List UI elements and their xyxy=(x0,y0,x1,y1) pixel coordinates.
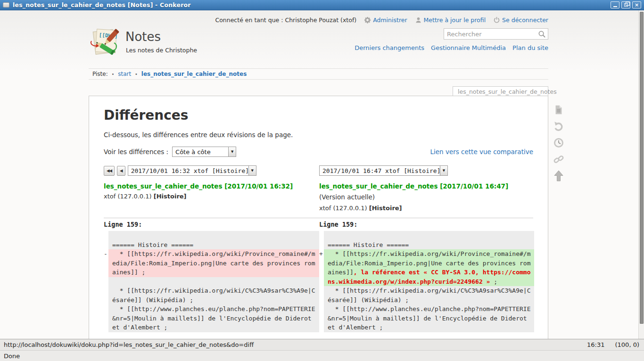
old-revision-select[interactable]: 2017/10/01 16:32 xtof [Histoire] ▼ xyxy=(128,165,256,176)
status-bar: http://localhost/dokuwiki/doku.php?id=le… xyxy=(0,339,644,361)
diff-line: * [[https://fr.wikipedia.org/wiki/Provin… xyxy=(108,249,319,277)
old-revision-title-link[interactable]: les_notes_sur_le_cahier_de_notes [2017/1… xyxy=(104,182,293,190)
restore-icon xyxy=(624,3,628,7)
diff-line: * [[http://www.planches.eu/planche.php?n… xyxy=(108,304,319,332)
view-differences-label: Voir les différences : xyxy=(104,148,168,156)
show-page-button[interactable] xyxy=(553,104,565,116)
first-revision-button[interactable]: ◀◀ xyxy=(104,166,115,176)
power-icon xyxy=(493,16,500,24)
logged-in-text: Connecté en tant que : Christophe Pouzat… xyxy=(215,16,356,24)
breadcrumb-separator: • xyxy=(110,72,116,77)
diff-line: * [[https://fr.wikipedia.org/wiki/Provin… xyxy=(324,249,534,286)
diff-intro-text: Ci-dessous, les différences entre deux r… xyxy=(104,131,533,139)
minimize-icon xyxy=(613,6,617,7)
quicklinks: Derniers changements Gestionnaire Multim… xyxy=(355,44,548,51)
logout-label: Se déconnecter xyxy=(502,16,548,24)
admin-link-label: Administrer xyxy=(373,16,407,24)
breadcrumb-current-link[interactable]: les_notes_sur_le_cahier_de_notes xyxy=(141,71,247,77)
sitemap-link[interactable]: Plan du site xyxy=(512,44,548,51)
user-icon xyxy=(415,16,422,24)
link-icon xyxy=(553,154,564,165)
diff-block-row: ====== Histoire ====== xyxy=(104,231,319,249)
dokuwiki-logo[interactable]: [[DW]] xyxy=(89,27,123,58)
diff-marker: + xyxy=(319,249,324,259)
diff-line xyxy=(108,277,319,287)
restore-button[interactable] xyxy=(621,1,630,8)
diff-marker: - xyxy=(104,249,108,259)
page-tools xyxy=(553,104,565,182)
close-icon: × xyxy=(635,2,639,8)
breadcrumb-separator: • xyxy=(133,72,140,77)
page-name-tab[interactable]: les_notes_sur_le_cahier_de_notes xyxy=(453,86,548,96)
logout-link[interactable]: Se déconnecter xyxy=(493,16,548,24)
site-tagline: Les notes de Christophe xyxy=(126,47,197,54)
status-scroll-position: (100, 0) xyxy=(615,341,640,348)
old-diff-column: ====== Histoire ======- * [[https://fr.w… xyxy=(104,231,319,332)
compare-view-link[interactable]: Lien vers cette vue comparative xyxy=(430,148,534,156)
diff-view-select[interactable]: Côte à côte ▼ xyxy=(172,147,236,157)
breadcrumb-start-link[interactable]: start xyxy=(118,71,131,77)
search-input[interactable] xyxy=(444,28,548,40)
document-icon xyxy=(553,104,564,115)
site-title[interactable]: Notes xyxy=(125,30,161,44)
previous-revision-button[interactable]: ◀ xyxy=(117,166,125,176)
page-title: Différences xyxy=(104,107,533,123)
diff-line: * [[http://www.planches.eu/planche.php?n… xyxy=(324,304,534,332)
gear-icon xyxy=(364,16,371,24)
update-profile-link[interactable]: Mettre à jour le profil xyxy=(415,16,486,24)
previous-revision-icon: ◀ xyxy=(120,168,123,173)
diff-line: ====== Histoire ====== xyxy=(108,240,319,250)
recent-changes-link[interactable]: Derniers changements xyxy=(355,44,424,51)
minimize-button[interactable] xyxy=(611,1,619,8)
window-titlebar: les_notes_sur_le_cahier_de_notes [Notes]… xyxy=(0,0,644,10)
diff-block-row: * [[https://fr.wikipedia.org/wiki/C%C3%A… xyxy=(104,277,319,332)
vertical-scrollbar[interactable] xyxy=(638,10,644,339)
new-line-header: Ligne 159: xyxy=(319,221,534,228)
diff-table: Ligne 159: ====== Histoire ======- * [[h… xyxy=(104,218,533,332)
new-diff-column: ====== Histoire ======+ * [[https://fr.w… xyxy=(319,231,534,332)
close-button[interactable]: × xyxy=(632,1,641,8)
diff-block-row: + * [[https://fr.wikipedia.org/wiki/Prov… xyxy=(319,249,534,286)
breadcrumb: Piste: • start • les_notes_sur_le_cahier… xyxy=(89,68,548,80)
diff-line xyxy=(324,231,534,240)
search-box xyxy=(444,28,548,40)
arrow-up-icon xyxy=(553,170,564,182)
new-revision-meta: xtof (127.0.0.1) [Histoire] xyxy=(319,204,534,213)
diff-line: * [[https://fr.wikipedia.org/wiki/C%C3%A… xyxy=(324,286,534,304)
status-url: http://localhost/dokuwiki/doku.php?id=le… xyxy=(4,341,587,348)
window-icon xyxy=(3,2,9,8)
site-header: [[DW]] Notes Les note xyxy=(89,27,548,66)
status-message: Done xyxy=(4,353,20,360)
new-revision-title-link[interactable]: les_notes_sur_le_cahier_de_notes [2017/1… xyxy=(319,182,508,190)
old-revision-meta: xtof (127.0.0.1) [Histoire] xyxy=(104,192,319,201)
window-title: les_notes_sur_le_cahier_de_notes [Notes]… xyxy=(13,1,611,8)
diff-block-row: * [[https://fr.wikipedia.org/wiki/C%C3%A… xyxy=(319,286,534,332)
scrollbar-thumb[interactable] xyxy=(640,12,644,324)
diff-line xyxy=(108,231,319,240)
browser-viewport: Connecté en tant que : Christophe Pouzat… xyxy=(0,10,644,339)
new-revision-select[interactable]: 2017/10/01 16:47 xtof [Histoire] ▼ xyxy=(319,165,448,176)
undo-icon xyxy=(553,121,564,132)
first-revision-icon: ◀◀ xyxy=(107,168,112,173)
backlinks-button[interactable] xyxy=(553,153,565,165)
search-icon[interactable] xyxy=(538,30,546,38)
diff-block-row: - * [[https://fr.wikipedia.org/wiki/Prov… xyxy=(104,249,319,277)
status-clock: 16:31 xyxy=(587,341,604,348)
diff-line: ====== Histoire ====== xyxy=(324,240,534,250)
revert-button[interactable] xyxy=(553,120,565,132)
admin-link[interactable]: Administrer xyxy=(364,16,407,24)
chevron-down-icon: ▼ xyxy=(248,166,256,175)
chevron-down-icon: ▼ xyxy=(440,166,447,175)
user-bar: Connecté en tant que : Christophe Pouzat… xyxy=(89,14,548,26)
clock-icon xyxy=(553,137,564,148)
old-line-header: Ligne 159: xyxy=(104,221,319,228)
chevron-down-icon: ▼ xyxy=(228,147,236,156)
diff-block-row: ====== Histoire ====== xyxy=(319,231,534,249)
diff-line: * [[https://fr.wikipedia.org/wiki/C%C3%A… xyxy=(108,286,319,304)
content-card: Différences Ci-dessous, les différences … xyxy=(89,96,548,339)
current-version-note: (Version actuelle) xyxy=(319,192,534,202)
old-revisions-button[interactable] xyxy=(553,137,565,149)
back-to-top-button[interactable] xyxy=(553,170,565,182)
media-manager-link[interactable]: Gestionnaire Multimédia xyxy=(431,44,506,51)
diff-added-highlight: , la référence est « CC BY-SA 3.0, https… xyxy=(328,269,530,285)
